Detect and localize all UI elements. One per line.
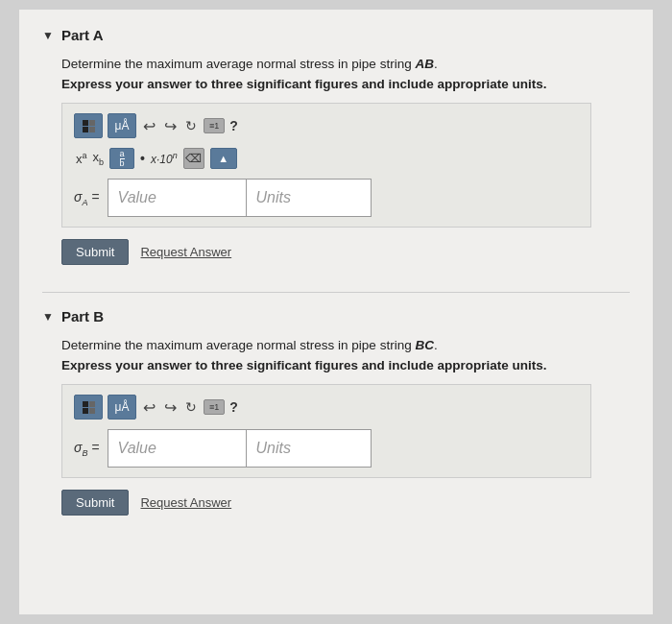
part-a-units-input[interactable]: Units — [247, 179, 372, 217]
part-b-request-btn[interactable]: Request Answer — [140, 495, 231, 510]
part-b-question-btn[interactable]: ? — [229, 399, 238, 415]
part-a-sigma-label: σA = — [74, 189, 100, 207]
part-a-problem-text: Determine the maximum average normal str… — [61, 57, 415, 71]
part-a-submit-btn[interactable]: Submit — [61, 239, 129, 265]
part-b-undo-btn[interactable]: ↩ — [141, 398, 157, 417]
part-a-btn-row: Submit Request Answer — [61, 239, 630, 265]
part-b-problem: Determine the maximum average normal str… — [61, 338, 630, 352]
part-a-question-btn[interactable]: ? — [229, 118, 238, 133]
part-b-instruction: Express your answer to three significant… — [61, 358, 630, 372]
part-a-dot-btn[interactable]: • — [140, 151, 145, 166]
part-a-request-btn[interactable]: Request Answer — [140, 245, 231, 259]
part-b-title: Part B — [61, 308, 104, 324]
part-b-value-placeholder: Value — [118, 440, 156, 457]
part-b-units-placeholder: Units — [256, 440, 291, 457]
part-a-instruction: Express your answer to three significant… — [61, 77, 630, 91]
part-a-redo-btn[interactable]: ↪ — [162, 117, 179, 135]
part-a-title: Part A — [61, 27, 104, 43]
part-a-xsub-btn[interactable]: xb — [93, 150, 105, 167]
part-a-section: ▼ Part A Determine the maximum average n… — [42, 27, 630, 265]
part-b-input-area: μÅ ↩ ↪ ↻ ≡1 ? σB = Value Units — [61, 384, 591, 478]
part-b-mu-btn[interactable]: μÅ — [108, 395, 136, 420]
page-container: ▼ Part A Determine the maximum average n… — [19, 10, 653, 614]
part-b-toolbar-row1: μÅ ↩ ↪ ↻ ≡1 ? — [74, 395, 579, 420]
part-a-x10-btn[interactable]: x·10n — [151, 151, 178, 166]
section-divider — [42, 292, 630, 293]
part-b-refresh-btn[interactable]: ↻ — [183, 399, 199, 415]
part-a-value-input[interactable]: Value — [108, 179, 247, 217]
part-a-mu-btn[interactable]: μÅ — [108, 113, 136, 138]
part-a-undo-btn[interactable]: ↩ — [141, 117, 157, 135]
part-a-header[interactable]: ▼ Part A — [42, 27, 630, 43]
part-a-frac-btn[interactable]: a b — [109, 148, 134, 169]
part-a-xsuper-btn[interactable]: xa — [76, 151, 87, 166]
part-a-answer-row: σA = Value Units — [74, 179, 579, 217]
part-b-answer-row: σB = Value Units — [74, 429, 579, 468]
part-a-units-placeholder: Units — [256, 189, 291, 206]
part-a-collapse-arrow[interactable]: ▼ — [42, 29, 54, 42]
part-b-value-input[interactable]: Value — [108, 429, 247, 468]
part-a-value-placeholder: Value — [118, 189, 156, 206]
part-a-grid-btn[interactable] — [74, 113, 103, 138]
part-b-section: ▼ Part B Determine the maximum average n… — [42, 308, 630, 516]
part-a-toolbar-row1: μÅ ↩ ↪ ↻ ≡1 ? — [74, 113, 579, 138]
part-b-redo-btn[interactable]: ↪ — [162, 398, 179, 417]
part-b-keyboard-btn[interactable]: ≡1 — [204, 399, 225, 415]
part-b-submit-btn[interactable]: Submit — [61, 490, 129, 516]
part-a-keyboard-btn[interactable]: ≡1 — [204, 118, 225, 133]
part-b-units-input[interactable]: Units — [247, 429, 372, 468]
part-a-input-area: μÅ ↩ ↪ ↻ ≡1 ? xa xb a b • x·10n ⌫ — [61, 103, 591, 228]
part-b-collapse-arrow[interactable]: ▼ — [42, 310, 54, 324]
part-a-refresh-btn[interactable]: ↻ — [183, 118, 199, 133]
part-b-btn-row: Submit Request Answer — [61, 490, 630, 516]
part-b-pipe-label: BC — [415, 338, 434, 352]
part-a-up-btn[interactable]: ▲ — [210, 148, 237, 169]
part-b-sigma-label: σB = — [74, 440, 100, 458]
part-a-problem: Determine the maximum average normal str… — [61, 57, 630, 71]
part-b-grid-btn[interactable] — [74, 395, 103, 420]
part-a-clear-btn[interactable]: ⌫ — [183, 148, 204, 169]
part-a-toolbar-row2: xa xb a b • x·10n ⌫ ▲ — [76, 148, 579, 169]
part-b-problem-text: Determine the maximum average normal str… — [61, 338, 415, 352]
part-a-pipe-label: AB — [415, 57, 434, 71]
part-b-header[interactable]: ▼ Part B — [42, 308, 630, 324]
